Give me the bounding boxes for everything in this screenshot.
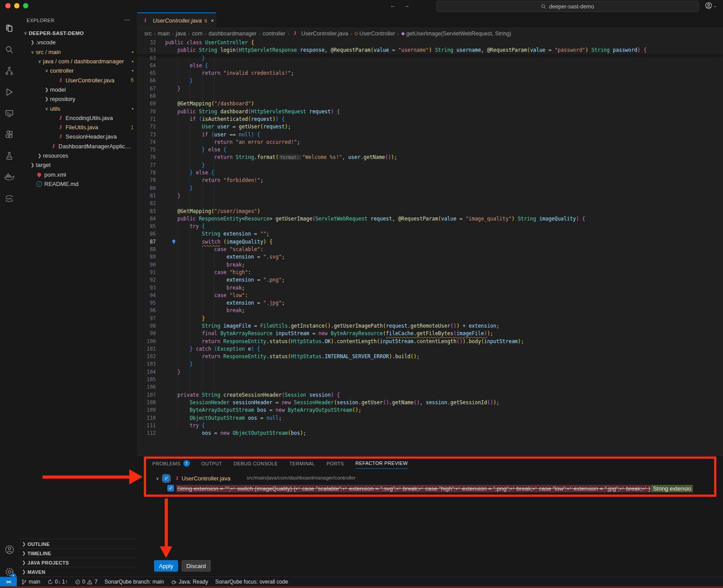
code-line: 104 } [137,368,723,376]
tab-filename: UserController.java [153,17,202,24]
tree-item[interactable]: ∨controller● [19,66,137,75]
chevron-right-icon: ❯ [29,40,36,45]
tree-item-label: repository [50,96,75,102]
remote-explorer-icon[interactable] [0,104,19,122]
remote-indicator[interactable]: >< [0,577,17,587]
panel-tab-problems[interactable]: PROBLEMS7 [152,460,190,469]
code-line: 88 case "scalable": [137,246,723,253]
tree-item[interactable]: ❯resources [19,151,137,160]
breadcrumb-item[interactable]: com [192,31,203,37]
sidebar-section-outline[interactable]: ❯OUTLINE [19,539,137,549]
modified-dot-badge: ● [131,50,134,54]
source-control-icon[interactable] [0,62,19,80]
zoom-window-button[interactable] [23,3,28,8]
tree-item[interactable]: ❯model [19,85,137,94]
code-line: 102 return ResponseEntity.status(HttpSta… [137,353,723,360]
breadcrumb-separator: › [350,31,353,36]
back-button[interactable]: ← [389,1,398,9]
breadcrumb-item[interactable]: dashboardmanager [209,31,256,37]
chevron-down-icon: ∨ [29,50,36,54]
breadcrumb[interactable]: src›main›java›com›dashboardmanager›contr… [137,28,723,39]
code-line: 86 String extension = ""; [137,230,723,238]
code-editor[interactable]: 32public class UserController {53 public… [137,39,723,455]
close-tab-icon[interactable]: × [211,17,214,24]
account-menu-button[interactable]: ⌄ [705,2,717,9]
problem-count-badge: 6 [131,77,134,83]
tree-item[interactable]: ∨src / main● [19,47,137,57]
tree-item[interactable]: JEncodingUtils.java [19,113,137,123]
panel-tab-terminal[interactable]: TERMINAL [289,460,315,469]
java-file-icon: J [57,124,64,131]
bottom-red-strip [0,586,723,588]
tree-item[interactable]: JSessionHeader.java [19,132,137,141]
panel-tab-ports[interactable]: PORTS [326,460,344,469]
explorer-icon[interactable] [0,19,19,37]
panel-tab-output[interactable]: OUTPUT [201,460,222,469]
panel-tab-debug-console[interactable]: DEBUG CONSOLE [234,460,278,469]
account-icon[interactable] [0,541,19,558]
change-checkbox[interactable]: ✓ [167,485,174,491]
breadcrumb-item[interactable]: controller [263,31,285,37]
readme-info-icon: i [36,181,42,187]
breadcrumb-item[interactable]: main [158,31,170,37]
chevron-right-icon: ❯ [20,542,27,546]
code-lines: 63 }64 else {65 return "invalid credenti… [137,54,723,437]
apply-button[interactable]: Apply [154,560,178,572]
tree-item[interactable]: ∨DEEPER-SAST-DEMO [19,28,137,38]
tree-item[interactable]: JDashboardManagerApplication.java [19,142,137,151]
sidebar-section-timeline[interactable]: ❯TIMELINE [19,548,137,558]
tree-item[interactable]: ∨java / com / dashboardmanager● [19,57,137,66]
breadcrumb-item[interactable]: UserController.java [301,31,348,37]
file-checkbox[interactable]: ✓ [163,475,170,482]
chevron-right-icon: ❯ [29,162,36,167]
chevron-down-icon[interactable]: ∨ [156,476,159,481]
tree-item[interactable]: iREADME.md [19,179,137,189]
explorer-more-actions-button[interactable]: ⋯ [124,16,130,23]
problems-status[interactable]: 0 7 [75,579,97,585]
breadcrumb-item[interactable]: java [176,31,186,37]
tree-item[interactable]: ❯target [19,160,137,170]
code-line: 77 } [137,162,723,169]
code-line: 81 } [137,192,723,200]
vscode-window: ← → deeper-sast-demo ⌄ 1 EXPLORER ⋯ ∨DEE… [0,0,723,588]
forward-button[interactable]: → [402,1,411,9]
discard-button[interactable]: Discard [182,560,211,572]
title-bar: ← → deeper-sast-demo ⌄ [0,0,723,13]
tree-item[interactable]: ❯.vscode [19,38,137,47]
panel-tab-refactor-preview[interactable]: REFACTOR PREVIEW [356,460,408,469]
tree-item[interactable]: JFileUtils.java1 [19,123,137,132]
breadcrumb-item[interactable]: getUserImage(ServletWebRequest, String) [406,31,511,37]
sidebar-section-maven[interactable]: ❯MAVEN [19,567,137,576]
git-sync-status[interactable]: 0↓ 1↑ [47,579,68,585]
close-window-button[interactable] [5,3,11,8]
search-icon[interactable] [0,41,19,58]
testing-icon[interactable] [0,147,19,165]
sonarqube-focus-status[interactable]: SonarQube focus: overall code [215,579,288,585]
search-icon [541,4,546,9]
sidebar-section-java-projects[interactable]: ❯JAVA PROJECTS [19,557,137,567]
sonarqube-icon[interactable] [0,190,19,207]
command-center-search[interactable]: deeper-sast-demo [436,1,699,12]
breadcrumb-item[interactable]: UserController [360,31,395,37]
git-branch-status[interactable]: main [21,579,40,585]
tree-item[interactable]: JUserController.java6 [19,75,137,85]
extensions-icon[interactable] [0,126,19,143]
run-debug-icon[interactable] [0,83,19,101]
code-line: 94 case "low": [137,292,723,299]
docker-icon[interactable] [0,168,19,186]
java-status[interactable]: Java: Ready [171,579,208,585]
tree-item[interactable]: ❯repository [19,94,137,104]
code-line: 80 } [137,185,723,192]
tree-item[interactable]: ∨utils● [19,104,137,113]
code-line: 68 [137,93,723,100]
minimize-window-button[interactable] [14,3,19,8]
sonarqube-branch-status[interactable]: SonarQube branch: main [104,579,164,585]
quick-fix-lightbulb-icon[interactable] [171,239,177,245]
tree-item-label: resources [43,152,68,159]
breadcrumb-item[interactable]: src [144,31,152,37]
command-center-text: deeper-sast-demo [549,4,594,10]
status-bar: >< main 0↓ 1↑ 0 7 SonarQube branch: main… [0,576,723,587]
tab-usercontroller[interactable]: J UserController.java 6 × [137,12,216,28]
code-line: 93 break; [137,284,723,292]
tree-item[interactable]: pom.xml [19,170,137,179]
